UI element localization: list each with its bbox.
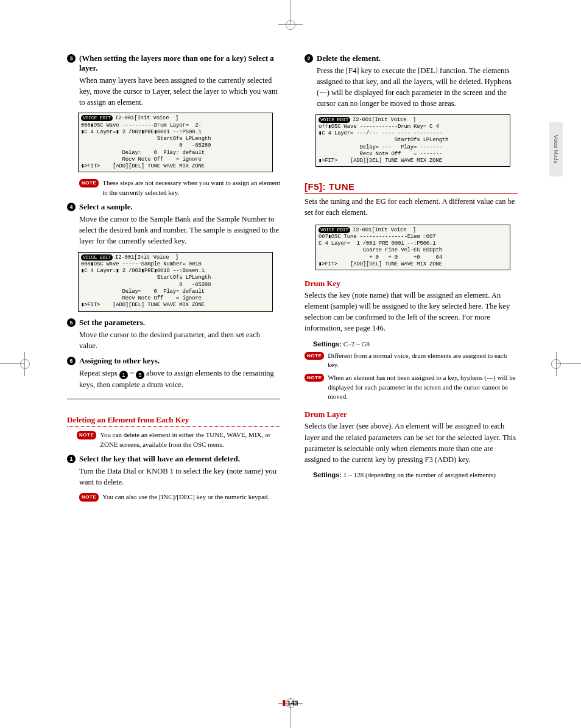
step-5: 5 Set the parameters. Move the cursor to…: [67, 318, 280, 351]
note: NOTE You can also use the [INC]/[DEC] ke…: [79, 492, 280, 502]
drum-key-body: Selects the key (note name) that will be…: [305, 290, 518, 334]
step-title: Select a sample.: [79, 202, 133, 212]
step-title: Delete the element.: [317, 54, 381, 63]
note: NOTE When an element has not been assign…: [305, 373, 518, 401]
step-body: Repeat steps 1 ~ 5 above to assign eleme…: [79, 368, 280, 391]
drum-key-heading: Drum Key: [305, 279, 518, 289]
note-text: You can delete an element in either the …: [100, 430, 280, 449]
note-icon: NOTE: [305, 374, 324, 382]
step-3: 3 (When setting the layers more than one…: [67, 54, 280, 108]
note-icon: NOTE: [79, 493, 99, 501]
step-title: Set the parameters.: [79, 318, 145, 327]
deleting-heading: Deleting an Element from Each Key: [67, 415, 280, 427]
note: NOTE You can delete an element in either…: [77, 430, 280, 449]
note-text: When an element has not been assigned to…: [328, 373, 518, 401]
side-tab-label: Voice Mode: [553, 135, 559, 163]
right-column: 2 Delete the element. Press the [F4] key…: [305, 49, 518, 506]
step-4: 4 Select a sample. Move the cursor to th…: [67, 202, 280, 247]
step-body: When many layers have been assigned to t…: [79, 75, 280, 108]
drum-layer-body: Selects the layer (see above). An elemen…: [305, 421, 518, 465]
f5-tune-heading: [F5]: TUNE: [305, 181, 518, 194]
note: NOTE These steps are not necessary when …: [79, 178, 280, 197]
step-number-icon: 2: [305, 54, 313, 63]
note-icon: NOTE: [79, 179, 99, 187]
note-text: Different from a normal voice, drum elem…: [328, 351, 518, 370]
step-body: Turn the Data Dial or KNOB 1 to select t…: [79, 466, 280, 488]
step-number-icon: 1: [67, 455, 76, 463]
step-number-icon: 4: [67, 203, 76, 211]
step-title: Assigning to other keys.: [79, 356, 160, 366]
step-body: Move the cursor to the desired parameter…: [79, 329, 280, 351]
lcd-screenshot-4: VOICE EDITI2-001[Init Voice ]007▮OSC Tun…: [315, 225, 510, 271]
step-title: (When setting the layers more than one f…: [79, 54, 280, 73]
page-number: 143: [283, 699, 298, 707]
f5-intro: Sets the tuning and the EG for each elem…: [305, 196, 518, 218]
left-column: 3 (When setting the layers more than one…: [67, 49, 280, 506]
note: NOTE Different from a normal voice, drum…: [305, 351, 518, 370]
note-text: These steps are not necessary when you w…: [102, 178, 280, 197]
step-number-icon: 5: [67, 318, 76, 327]
page-number-bar-icon: [283, 700, 285, 706]
step-number-icon: 6: [67, 357, 76, 365]
delete-step-2: 2 Delete the element. Press the [F4] key…: [305, 54, 518, 110]
note-text: You can also use the [INC]/[DEC] key or …: [102, 492, 269, 502]
note-icon: NOTE: [77, 431, 96, 439]
step-number-icon: 3: [67, 54, 76, 63]
drum-key-settings: Settings: C–2 ~ G8: [313, 340, 518, 348]
delete-step-1: 1 Select the key that will have an eleme…: [67, 454, 280, 488]
lcd-screenshot-3: VOICE EDITI2-001[Init Voice ]off▮OSC Wav…: [315, 114, 510, 167]
step-body: Press the [F4] key to execute the [DEL] …: [317, 65, 518, 110]
lcd-screenshot-1: VOICE EDITI2-001[Init Voice ]008▮OSC Wav…: [78, 113, 273, 172]
lcd-screenshot-2: VOICE EDITI2-001[Init Voice ]008▮OSC Wav…: [78, 252, 273, 312]
note-icon: NOTE: [305, 352, 324, 360]
side-tab: Voice Mode: [549, 122, 563, 177]
step-body: Move the cursor to the Sample Bank and t…: [79, 214, 280, 247]
step-title: Select the key that will have an element…: [79, 454, 240, 464]
drum-layer-settings: Settings: 1 ~ 128 (depending on the numb…: [313, 471, 518, 478]
step-6: 6 Assigning to other keys. Repeat steps …: [67, 356, 280, 391]
drum-layer-heading: Drum Layer: [305, 410, 518, 419]
